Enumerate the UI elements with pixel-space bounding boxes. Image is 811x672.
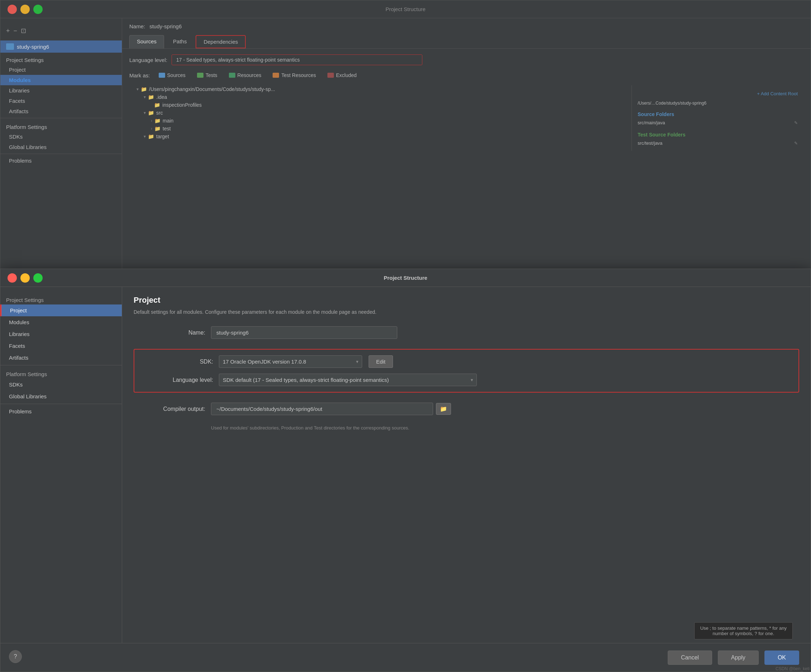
language-level-select-top[interactable]: 17 - Sealed types, always-strict floatin… [171,54,422,65]
sidebar-section-platform: Platform Settings [0,120,122,131]
language-level-row-bottom: Language level: SDK default (17 - Sealed… [141,373,791,386]
bottom-nav-sdks[interactable]: SDKs [0,378,122,390]
bottom-minimize-button[interactable] [20,273,30,283]
sidebar-item-artifacts-top[interactable]: Artifacts [0,106,122,116]
bottom-window-title: Project Structure [383,275,428,281]
edit-source-folder-icon[interactable]: ✎ [794,120,798,126]
right-panel: + Add Content Root /Users/…Code/studys/s… [631,85,804,151]
tree-area: ▾ 📁 /Users/pingchangxin/Documents/Code/s… [129,85,804,151]
tree-item[interactable]: › 📁 main [129,117,631,125]
sidebar-item-sdks[interactable]: SDKs [0,131,122,142]
bottom-sidebar-divider-2 [0,404,122,404]
bottom-nav-artifacts[interactable]: Artifacts [0,352,122,363]
bottom-window-controls [7,273,42,283]
bottom-nav-global-libs[interactable]: Global Libraries [0,390,122,402]
sidebar-divider-2 [0,154,122,154]
top-window-title: Project Structure [385,6,426,12]
language-level-label-top: Language level: [129,57,167,63]
compiler-output-label: Compiler output: [134,406,205,412]
mark-resources-btn[interactable]: Resources [226,71,265,80]
close-button[interactable] [7,5,17,14]
compiler-output-input[interactable] [211,403,433,415]
sidebar-item-libraries[interactable]: Libraries [0,85,122,96]
right-panel-path [638,90,639,95]
copy-module-button[interactable]: ⊡ [21,27,26,35]
mark-test-resources-btn[interactable]: Test Resources [270,71,319,80]
excluded-icon [327,73,334,78]
tree-item[interactable]: ▾ 📁 src [129,109,631,117]
tree-item[interactable]: ▾ 📁 /Users/pingchangxin/Documents/Code/s… [129,85,631,93]
file-tree: ▾ 📁 /Users/pingchangxin/Documents/Code/s… [129,85,631,151]
project-icon [6,43,14,50]
test-folder-item: src/test/java ✎ [638,140,798,146]
csdn-watermark: CSDN @ben_keti [775,666,809,671]
bottom-content: Project Default settings for all modules… [122,287,811,643]
tests-icon [197,73,204,78]
compiler-note: Used for modules' subdirectories, Produc… [211,425,497,431]
tab-paths[interactable]: Paths [166,35,194,48]
language-level-select-bottom[interactable]: SDK default (17 - Sealed types, always-s… [219,373,477,386]
mark-excluded-btn[interactable]: Excluded [324,71,360,80]
sidebar-item-facets[interactable]: Facets [0,96,122,106]
tab-sources[interactable]: Sources [129,35,164,48]
help-button[interactable]: ? [9,650,22,663]
cancel-button[interactable]: Cancel [668,650,712,665]
bottom-nav-modules[interactable]: Modules [0,316,122,328]
language-level-label-bottom: Language level: [141,377,213,383]
bottom-bar: Cancel Apply OK [0,643,811,672]
test-resources-icon [273,73,279,78]
language-level-row-top: Language level: 17 - Sealed types, alway… [129,54,804,65]
bottom-nav-problems[interactable]: Problems [0,406,122,417]
sidebar-item-global-libs[interactable]: Global Libraries [0,142,122,152]
tree-item[interactable]: › 📁 test [129,125,631,132]
bottom-name-input[interactable] [211,326,397,339]
sidebar-item-modules[interactable]: Modules [0,75,122,85]
bottom-sidebar: Project Settings Project Modules Librari… [0,287,122,643]
bottom-nav-project[interactable]: Project [0,304,122,316]
sdk-edit-button[interactable]: Edit [368,355,393,368]
bottom-section-project-settings: Project Settings [0,293,122,304]
ok-button[interactable]: OK [764,650,799,665]
bottom-close-button[interactable] [7,273,17,283]
maximize-button[interactable] [33,5,42,14]
add-content-root-btn[interactable]: + Add Content Root [757,91,798,96]
tree-item[interactable]: ▾ 📁 .idea [129,93,631,101]
top-main-layout: + − ⊡ study-spring6 Project Settings Pro… [0,18,811,272]
top-content-header: Name: study-spring6 [122,18,811,35]
bottom-title-bar: Project Structure [0,269,811,287]
sources-icon [159,73,165,78]
project-item[interactable]: study-spring6 [0,41,122,53]
add-module-button[interactable]: + [6,27,10,35]
bottom-nav-libraries[interactable]: Libraries [0,328,122,340]
top-content-area: Name: study-spring6 Sources Paths Depend… [122,18,811,272]
source-folder-item: src/main/java ✎ [638,119,798,126]
edit-test-folder-icon[interactable]: ✎ [794,141,798,146]
bottom-nav-facets[interactable]: Facets [0,340,122,352]
bottom-name-label: Name: [134,329,205,336]
remove-module-button[interactable]: − [14,27,17,35]
tree-item[interactable]: 📁 inspectionProfiles [129,101,631,109]
tab-dependencies[interactable]: Dependencies [195,35,246,48]
bottom-maximize-button[interactable] [33,273,42,283]
sidebar-item-problems[interactable]: Problems [0,156,122,166]
compiler-browse-button[interactable]: 📁 [436,403,451,415]
tree-item[interactable]: ▾ 📁 target [129,132,631,141]
top-window: Project Structure + − ⊡ study-spring6 Pr… [0,0,811,272]
bottom-main-layout: Project Settings Project Modules Librari… [0,287,811,643]
test-folders-title: Test Source Folders [638,132,798,137]
compiler-output-wrapper: 📁 [211,403,451,415]
mark-sources-btn[interactable]: Sources [156,71,188,80]
sdk-select[interactable]: 17 Oracle OpenJDK version 17.0.8 [219,355,362,368]
source-folders-title: Source Folders [638,111,798,117]
minimize-button[interactable] [20,5,30,14]
right-panel-full-path: /Users/…Code/studys/study-spring6 [638,101,798,106]
bottom-window: Project Structure Project Settings Proje… [0,269,811,672]
page-description: Default settings for all modules. Config… [134,309,456,315]
page-title: Project [134,295,799,305]
mark-tests-btn[interactable]: Tests [194,71,220,80]
apply-button[interactable]: Apply [718,650,759,665]
sidebar-toolbar: + − ⊡ [0,24,122,41]
sidebar-item-project[interactable]: Project [0,64,122,75]
sdk-label: SDK: [141,358,213,365]
tooltip-line1: Use ; to separate name patterns, * for a… [700,625,787,631]
